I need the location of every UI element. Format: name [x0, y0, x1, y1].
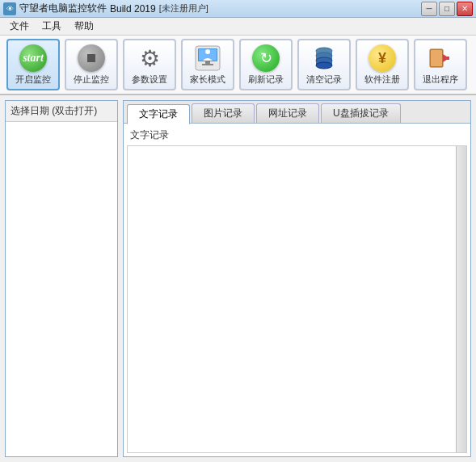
record-tabs: 文字记录 图片记录 网址记录 U盘插拔记录	[124, 101, 470, 124]
tab-content-area: 文字记录	[124, 124, 470, 456]
window-controls: ─ □ ✕	[421, 2, 473, 16]
refresh-icon: ↻	[251, 44, 280, 73]
toolbar: start 开启监控 停止监控 ⚙ 参数设置	[0, 36, 476, 95]
svg-rect-15	[431, 50, 442, 66]
start-monitor-button[interactable]: start 开启监控	[6, 39, 60, 90]
refresh-label: 刷新记录	[248, 74, 284, 85]
date-list-header: 选择日期 (双击打开)	[6, 101, 117, 122]
svg-point-4	[205, 49, 210, 54]
date-list-content[interactable]	[6, 122, 117, 456]
yen-icon: ¥	[368, 44, 397, 73]
menu-help[interactable]: 帮助	[68, 18, 100, 35]
main-content: 选择日期 (双击打开) 文字记录 图片记录 网址记录 U盘插拔记录 文字记录	[0, 95, 476, 462]
tab-content-title: 文字记录	[127, 127, 467, 144]
close-button[interactable]: ✕	[457, 2, 473, 16]
exit-label: 退出程序	[423, 74, 458, 85]
clear-button[interactable]: 清空记录	[297, 39, 351, 90]
tab-text-records[interactable]: 文字记录	[127, 104, 190, 124]
tab-image-records[interactable]: 图片记录	[192, 103, 255, 123]
exit-button[interactable]: 退出程序	[414, 39, 467, 90]
svg-point-13	[316, 62, 332, 69]
stop-icon	[77, 44, 106, 73]
stop-monitor-button[interactable]: 停止监控	[65, 39, 118, 90]
parent-mode-button[interactable]: 家长模式	[181, 39, 234, 90]
settings-button[interactable]: ⚙ 参数设置	[123, 39, 176, 90]
user-status: [未注册用户]	[159, 2, 209, 15]
title-bar-left: 👁 守望者电脑监控软件 Build 2019 [未注册用户]	[3, 2, 209, 15]
register-button[interactable]: ¥ 软件注册	[356, 39, 409, 90]
svg-rect-5	[205, 61, 210, 64]
date-list-panel: 选择日期 (双击打开)	[5, 100, 118, 457]
clear-label: 清空记录	[306, 74, 342, 85]
settings-label: 参数设置	[132, 74, 167, 85]
records-panel: 文字记录 图片记录 网址记录 U盘插拔记录 文字记录	[123, 100, 471, 457]
tab-usb-records[interactable]: U盘插拔记录	[321, 103, 401, 123]
tab-url-records[interactable]: 网址记录	[256, 103, 319, 123]
register-label: 软件注册	[364, 74, 400, 85]
start-label: 开启监控	[15, 74, 51, 85]
text-records-body[interactable]	[127, 145, 467, 453]
svg-rect-6	[202, 64, 213, 65]
menu-file[interactable]: 文件	[3, 18, 36, 35]
clear-icon	[310, 44, 339, 73]
minimize-button[interactable]: ─	[421, 2, 437, 16]
svg-rect-0	[87, 54, 95, 62]
start-icon: start	[19, 44, 48, 73]
menu-tools[interactable]: 工具	[36, 18, 68, 35]
gear-icon: ⚙	[135, 44, 164, 73]
app-title: 守望者电脑监控软件	[19, 2, 107, 15]
menu-bar: 文件 工具 帮助	[0, 18, 476, 36]
parent-icon	[193, 44, 222, 73]
build-version: Build 2019	[110, 3, 156, 15]
app-icon: 👁	[3, 2, 16, 15]
refresh-button[interactable]: ↻ 刷新记录	[239, 39, 293, 90]
exit-icon	[426, 44, 455, 73]
parent-label: 家长模式	[190, 74, 225, 85]
title-bar: 👁 守望者电脑监控软件 Build 2019 [未注册用户] ─ □ ✕	[0, 0, 476, 18]
svg-rect-17	[443, 57, 449, 60]
maximize-button[interactable]: □	[439, 2, 455, 16]
stop-label: 停止监控	[74, 74, 109, 85]
